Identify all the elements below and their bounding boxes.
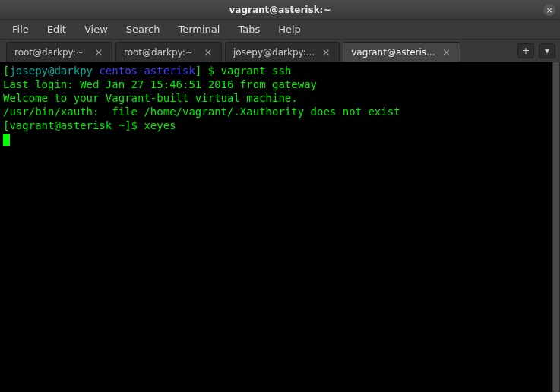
plus-icon: + — [522, 46, 530, 55]
tab-bar: root@darkpy:~ × root@darkpy:~ × josepy@d… — [0, 40, 560, 62]
chevron-down-icon: ▾ — [545, 46, 550, 55]
tab-label: vagrant@asteris... — [351, 47, 435, 58]
window-close-button[interactable]: × — [543, 4, 555, 16]
terminal-line: [vagrant@asterisk ~]$ xeyes — [3, 119, 557, 132]
window-titlebar: vagrant@asterisk:~ × — [0, 0, 560, 20]
tab-root-darkpy-1[interactable]: root@darkpy:~ × — [6, 42, 112, 62]
menu-help[interactable]: Help — [269, 21, 310, 38]
tab-label: josepy@darkpy:... — [233, 47, 315, 58]
tab-close-icon[interactable]: × — [203, 47, 214, 58]
tabbar-spacer — [462, 40, 513, 62]
close-icon: × — [546, 6, 552, 14]
tab-close-icon[interactable]: × — [441, 47, 452, 58]
cursor-icon — [3, 134, 10, 146]
tab-close-icon[interactable]: × — [93, 47, 104, 58]
terminal-area[interactable]: [josepy@darkpy centos-asterisk] $ vagran… — [0, 62, 560, 392]
menu-terminal[interactable]: Terminal — [169, 21, 229, 38]
terminal-line: /usr/bin/xauth: file /home/vagrant/.Xaut… — [3, 105, 557, 119]
tabbar-buttons: + ▾ — [513, 40, 560, 62]
tab-josepy-darkpy[interactable]: josepy@darkpy:... × — [225, 42, 340, 62]
menubar: File Edit View Search Terminal Tabs Help — [0, 20, 560, 40]
tab-close-icon[interactable]: × — [321, 47, 331, 58]
scrollbar-thumb[interactable] — [553, 62, 559, 392]
menu-view[interactable]: View — [75, 21, 117, 38]
menu-tabs[interactable]: Tabs — [229, 21, 269, 38]
terminal-line: Welcome to your Vagrant-built virtual ma… — [3, 91, 557, 105]
terminal-line: [josepy@darkpy centos-asterisk] $ vagran… — [3, 64, 557, 77]
tab-label: root@darkpy:~ — [14, 47, 87, 58]
terminal-cursor-line — [3, 132, 557, 146]
tab-dropdown-button[interactable]: ▾ — [539, 43, 555, 58]
menu-file[interactable]: File — [3, 21, 38, 38]
window-title: vagrant@asterisk:~ — [229, 5, 331, 15]
menu-search[interactable]: Search — [117, 21, 169, 38]
tab-vagrant-asterisk[interactable]: vagrant@asteris... × — [343, 42, 460, 62]
tab-label: root@darkpy:~ — [124, 47, 197, 58]
scrollbar[interactable] — [552, 62, 560, 392]
new-tab-button[interactable]: + — [517, 43, 534, 58]
tab-root-darkpy-2[interactable]: root@darkpy:~ × — [115, 42, 222, 62]
menu-edit[interactable]: Edit — [38, 21, 75, 38]
terminal-line: Last login: Wed Jan 27 15:46:51 2016 fro… — [3, 77, 557, 91]
